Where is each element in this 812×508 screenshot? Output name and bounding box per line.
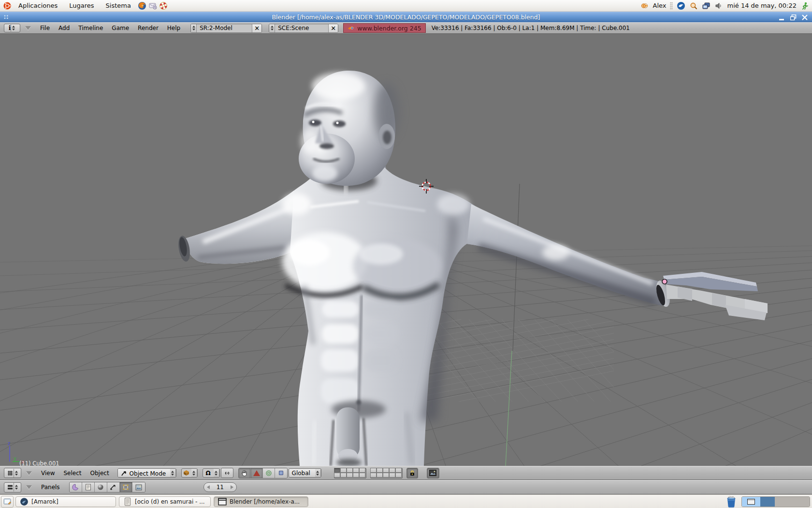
header-collapse-icon-3d[interactable] [26,471,32,475]
email-icon[interactable] [148,1,157,10]
scene-name[interactable]: SCE:Scene [275,24,328,32]
viewport-canvas[interactable]: z y x (11) Cube.001 [0,34,812,466]
workspace-2[interactable] [760,497,775,507]
pivot-selector[interactable]: Ω [203,468,220,478]
layer-19[interactable] [389,473,395,478]
menu-view[interactable]: View [37,470,59,477]
screen-selector[interactable]: SR:2-Model ✕ [190,24,262,33]
layer-17[interactable] [377,473,383,478]
menu-game[interactable]: Game [107,25,133,31]
mode-selector[interactable]: Object Mode [117,468,176,478]
layer-20[interactable] [395,473,402,478]
workspace-1-active[interactable] [742,497,760,507]
layer-5[interactable] [359,468,365,473]
workspace-switcher[interactable] [741,496,810,507]
layer-14[interactable] [353,473,359,478]
editor-type-button-panels[interactable] [4,482,21,493]
workspace-extra[interactable] [775,497,810,507]
render-preview-button[interactable] [427,468,439,478]
header-collapse-icon[interactable] [25,26,31,30]
close-button[interactable] [801,14,808,20]
menu-sistema[interactable]: Sistema [101,0,136,11]
image-icon [429,470,436,476]
frame-number[interactable]: 11 [217,484,224,491]
editor-type-button-3d[interactable] [4,468,21,478]
layer-8[interactable] [383,468,389,473]
layer-18[interactable] [383,473,389,478]
frame-next-icon[interactable] [231,485,233,489]
manipulator-toggle-button[interactable] [221,468,233,478]
clock[interactable]: mié 14 de may, 00:22 [727,2,797,9]
layer-7[interactable] [377,468,383,473]
manipulator-hand-toggle[interactable] [239,468,251,478]
layer-3[interactable] [347,468,353,473]
layer-6[interactable] [370,468,377,473]
task-amarok[interactable]: [Amarok] [15,496,116,507]
menu-timeline[interactable]: Timeline [74,25,107,31]
layer-1[interactable] [334,468,340,473]
layer-11[interactable] [334,473,340,478]
layer-10[interactable] [395,468,402,473]
task-blender[interactable]: Blender [/home/alex-a... [214,496,308,507]
layer-buttons-group-2[interactable] [370,468,403,478]
layer-16[interactable] [370,473,377,478]
rotate-manipulator-toggle[interactable] [263,468,275,478]
scale-manipulator-toggle[interactable] [275,468,287,478]
editing-context-button[interactable] [120,482,132,492]
gnome-top-panel: Aplicaciones Lugares Sistema Alex mié 14… [0,0,812,12]
search-icon[interactable] [689,1,698,10]
panels-label[interactable]: Panels [37,484,64,491]
header-collapse-icon-panels[interactable] [26,485,32,489]
restore-button[interactable] [790,14,797,20]
firefox-icon[interactable] [138,1,146,10]
lock-layers-button[interactable] [406,468,418,478]
help-lifebuoy-icon[interactable] [159,1,168,10]
script-context-button[interactable] [82,482,95,492]
thunderbird-icon[interactable] [677,1,685,10]
trash-icon[interactable] [725,495,738,508]
layer-15[interactable] [359,473,365,478]
scene-delete-button[interactable]: ✕ [328,24,338,32]
menu-file[interactable]: File [36,25,54,31]
volume-icon[interactable] [714,1,723,10]
translate-manipulator-toggle[interactable] [251,468,263,478]
layer-buttons-group-1[interactable] [334,468,366,478]
layer-9[interactable] [389,468,395,473]
object-context-button[interactable] [107,482,120,492]
screen-delete-button[interactable]: ✕ [252,24,261,32]
layer-13[interactable] [347,473,353,478]
orientation-selector[interactable]: Global [289,468,321,478]
layer-12[interactable] [340,473,347,478]
workspace-window-thumb [747,499,755,505]
menu-select[interactable]: Select [59,470,86,477]
layer-2[interactable] [340,468,347,473]
task-ocio-document[interactable]: [ocio (d) en samurai - ... [119,496,211,507]
menu-aplicaciones[interactable]: Aplicaciones [14,0,62,11]
menu-help[interactable]: Help [163,25,185,31]
screen-name[interactable]: SR:2-Model [197,24,252,32]
quit-icon[interactable] [800,1,809,10]
menu-lugares[interactable]: Lugares [64,0,99,11]
menu-object[interactable]: Object [86,470,114,477]
show-desktop-button[interactable] [1,496,14,508]
menu-render[interactable]: Render [133,25,163,31]
object-origin-dot[interactable] [662,279,667,284]
blender-titlebar[interactable]: ∷ Blender [/home/alex-as/BLENDER 3D/MODE… [0,12,812,22]
scene-context-button[interactable] [132,482,145,492]
user-switch-icon[interactable] [640,1,649,10]
minimize-button[interactable] [778,14,785,20]
menu-add[interactable]: Add [54,25,74,31]
editor-type-button[interactable]: i [4,24,20,32]
viewport-3d[interactable]: z y x (11) Cube.001 [0,34,812,466]
panel-drag-handle[interactable] [670,2,673,10]
frame-prev-icon[interactable] [207,485,210,489]
user-name[interactable]: Alex [653,2,667,9]
ubuntu-logo-icon[interactable] [3,1,12,10]
layer-4[interactable] [353,468,359,473]
frame-stepper[interactable]: 11 [203,482,237,492]
shading-context-button[interactable] [95,482,107,492]
screens-icon[interactable] [702,1,710,10]
scene-selector[interactable]: SCE:Scene ✕ [269,24,338,33]
logic-context-button[interactable] [70,482,82,492]
draw-type-selector[interactable] [181,468,198,478]
